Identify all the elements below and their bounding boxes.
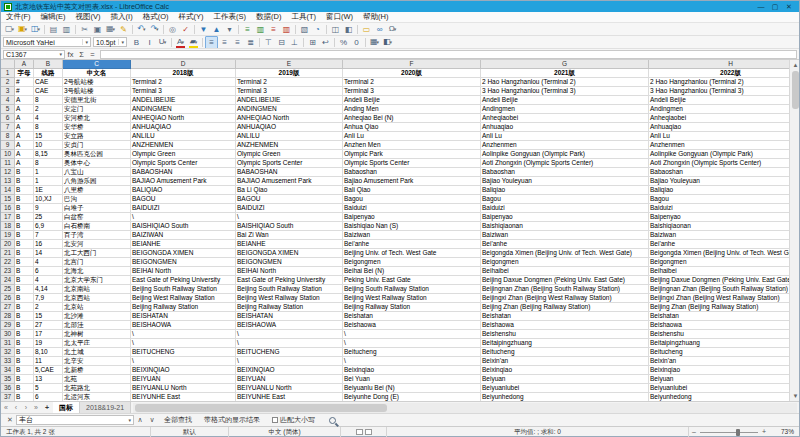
cell-B34[interactable]: 5,CAE (34, 366, 63, 375)
find-previous-button[interactable]: ∧ (134, 416, 146, 424)
cell-A17[interactable]: B (15, 213, 34, 222)
cell-B9[interactable]: 10 (34, 141, 63, 150)
cut-icon[interactable]: ✂ (78, 24, 91, 35)
cell-H22[interactable]: Beigongmen (649, 258, 789, 267)
language-indicator[interactable]: 中文 (简体) (229, 427, 341, 437)
cell-F8[interactable]: Anli Lu (343, 132, 481, 141)
menu-edit[interactable]: 编辑(E) (36, 12, 71, 22)
cell-A2[interactable]: # (15, 78, 34, 87)
row-header-35[interactable]: 35 (1, 375, 15, 384)
zoom-slider-thumb[interactable] (736, 429, 740, 436)
wrap-text-icon[interactable]: ↩ (319, 37, 332, 48)
cell-B15[interactable]: 10,XJ (34, 195, 63, 204)
cell-A25[interactable]: B (15, 285, 34, 294)
cell-C24[interactable]: 北京大学东门 (63, 276, 131, 285)
row-header-22[interactable]: 22 (1, 258, 15, 267)
cell-D35[interactable]: BEIYUAN (131, 375, 236, 384)
cell-C22[interactable]: 北宫门 (63, 258, 131, 267)
row-header-16[interactable]: 16 (1, 204, 15, 213)
cell-D22[interactable]: BEIGONGMEN (131, 258, 236, 267)
chevron-down-icon[interactable]: ▾ (118, 39, 124, 45)
find-replace-icon[interactable]: ◎ (166, 24, 179, 35)
cell-H27[interactable]: Beijing Zhan (Beijing Railway Station) (649, 303, 789, 312)
cell-F33[interactable]: \ (343, 357, 481, 366)
cell-C3[interactable]: 3号航站楼 (63, 87, 131, 96)
column-header-C[interactable]: C (63, 60, 131, 69)
row-header-3[interactable]: 3 (1, 87, 15, 96)
cell-C12[interactable]: 八宝山 (63, 168, 131, 177)
cell-C32[interactable]: 北土城 (63, 348, 131, 357)
cell-F15[interactable]: Bagou (343, 195, 481, 204)
cell-C5[interactable]: 安定门 (63, 105, 131, 114)
scroll-down-icon[interactable]: ▼ (790, 391, 799, 401)
cell-H23[interactable]: Beihaibei (649, 267, 789, 276)
cell-D24[interactable]: East Gate of Peking University (131, 276, 236, 285)
cell-A3[interactable]: # (15, 87, 34, 96)
cell-D6[interactable]: ANHEQIAO North (131, 114, 236, 123)
cell-E12[interactable]: BABAOSHAN (236, 168, 343, 177)
cell-F16[interactable]: Baiduizi (343, 204, 481, 213)
cell-H15[interactable]: Bagou (649, 195, 789, 204)
cell-A1[interactable]: 字母 (15, 69, 34, 78)
cell-A5[interactable]: A (15, 105, 34, 114)
cell-F21[interactable]: Beijing Univ. of Tech. West Gate (343, 249, 481, 258)
cell-H9[interactable]: Anzhenmen (649, 141, 789, 150)
cell-H13[interactable]: Bajiao Youleyuan (649, 177, 789, 186)
cell-G27[interactable]: Beijing Zhan (Beijing Railway Station) (481, 303, 649, 312)
grid-corner[interactable] (1, 60, 15, 69)
row-header-20[interactable]: 20 (1, 240, 15, 249)
cell-E26[interactable]: Beijing West Railway Station (236, 294, 343, 303)
cell-E31[interactable]: \ (236, 339, 343, 348)
cell-G29[interactable]: Beishaowa (481, 321, 649, 330)
cell-E33[interactable]: \ (236, 357, 343, 366)
underline-icon[interactable]: U▾ (156, 36, 169, 48)
menu-format[interactable]: 格式(O) (138, 12, 174, 22)
cell-F10[interactable]: Olympic Park (343, 150, 481, 159)
row-header-36[interactable]: 36 (1, 384, 15, 393)
cell-B26[interactable]: 7,9 (34, 294, 63, 303)
cell-D7[interactable]: ANHUAQIAO (131, 123, 236, 132)
sum-icon[interactable]: Σ (76, 50, 87, 59)
cell-F5[interactable]: Anding Men (343, 105, 481, 114)
row-header-30[interactable]: 30 (1, 330, 15, 339)
autofilter-icon[interactable]: ▾ (223, 24, 236, 35)
row-header-11[interactable]: 11 (1, 159, 15, 168)
menu-window[interactable]: 窗口(W) (321, 12, 358, 22)
highlight-color-icon[interactable]: ▰▾ (187, 36, 200, 48)
menu-view[interactable]: 视图(V) (71, 12, 106, 22)
cell-G6[interactable]: Anheqiaobei (481, 114, 649, 123)
cell-B12[interactable]: 1 (34, 168, 63, 177)
cell-G3[interactable]: 3 Hao Hangzhanlou (Terminal 3) (481, 87, 649, 96)
cell-C33[interactable]: 北辛安 (63, 357, 131, 366)
cell-H26[interactable]: Beijingxi Zhan (Beijing West Railway Sta… (649, 294, 789, 303)
cell-G21[interactable]: Beigongda Ximen (Beijing Univ. of Tech. … (481, 249, 649, 258)
add-sheet-button[interactable]: + (41, 404, 53, 411)
cell-B22[interactable]: 4 (34, 258, 63, 267)
cell-G34[interactable]: Beixinqiao (481, 366, 649, 375)
cell-F23[interactable]: Beihai Bei (N) (343, 267, 481, 276)
cell-F17[interactable]: Baipenyao (343, 213, 481, 222)
cell-F30[interactable]: \ (343, 330, 481, 339)
cell-F20[interactable]: Bei'anhe (343, 240, 481, 249)
cell-B2[interactable]: CAE (34, 78, 63, 87)
center-vertically-icon[interactable]: ⊟ (275, 37, 288, 48)
chevron-down-icon[interactable]: ▾ (59, 51, 62, 57)
cell-B31[interactable]: 19 (34, 339, 63, 348)
cell-H33[interactable]: Beixin'an (649, 357, 789, 366)
cell-A9[interactable]: A (15, 141, 34, 150)
cell-C34[interactable]: 北新桥 (63, 366, 131, 375)
zoom-in-icon[interactable]: + (762, 427, 766, 437)
cell-F29[interactable]: Beishaowa (343, 321, 481, 330)
cell-D10[interactable]: Olympic Green (131, 150, 236, 159)
row-header-37[interactable]: 37 (1, 393, 15, 401)
cell-A35[interactable]: B (15, 375, 34, 384)
row-header-8[interactable]: 8 (1, 132, 15, 141)
cell-F37[interactable]: Beiyunhe Dong (E) (343, 393, 481, 401)
cell-C19[interactable]: 百子湾 (63, 231, 131, 240)
cell-F2[interactable]: Terminal 2 (343, 78, 481, 87)
cell-H4[interactable]: Andeli Beijie (649, 96, 789, 105)
cell-H37[interactable]: Beiyunhedong (649, 393, 789, 401)
cell-A15[interactable]: B (15, 195, 34, 204)
cell-F18[interactable]: Baishiqiao Nan (S) (343, 222, 481, 231)
cell-G4[interactable]: Andeli Beijie (481, 96, 649, 105)
